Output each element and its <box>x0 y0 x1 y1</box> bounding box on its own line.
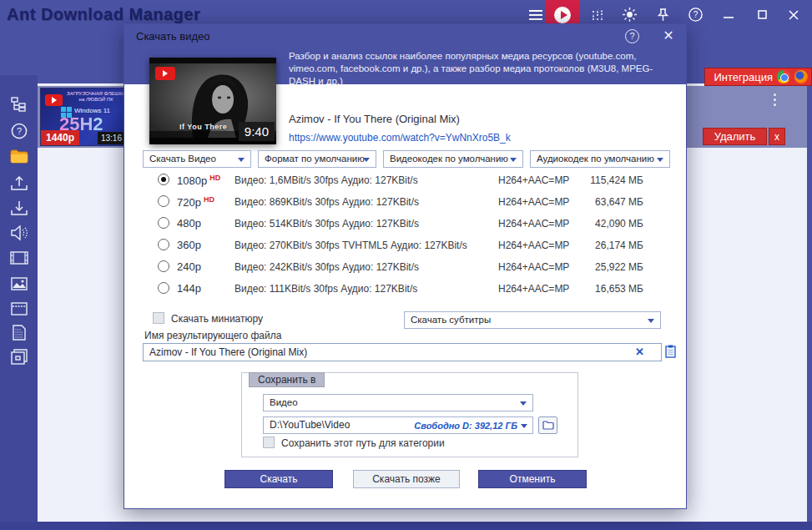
save-path-checkbox-label: Сохранить этот путь для категории <box>281 437 445 449</box>
quality-row-144p[interactable]: 144p Видео: 111KBit/s 30fps Аудио: 127KB… <box>124 278 686 300</box>
window-bottom-frame <box>0 522 812 530</box>
video-duration-badge: 9:40 <box>239 122 275 141</box>
integration-label: Интеграция <box>714 71 773 83</box>
video-url-link[interactable]: https://www.youtube.com/watch?v=YwNnXro5… <box>289 132 511 144</box>
delete-button[interactable]: Удалить <box>703 128 767 145</box>
category-dropdown[interactable]: Видео <box>263 394 533 411</box>
save-path-value: D:\YouTube\Video <box>270 419 350 431</box>
filename-label: Имя результирующего файла <box>144 330 281 341</box>
chrome-icon <box>777 70 790 83</box>
radio-240p[interactable] <box>158 260 169 272</box>
save-path-checkbox[interactable] <box>263 437 275 448</box>
download-button[interactable]: Скачать <box>224 470 333 488</box>
audio-icon[interactable] <box>9 223 28 242</box>
quality-row-360p[interactable]: 360p Видео: 270KBit/s 30fps TVHTML5 Ауди… <box>124 235 686 256</box>
youtube-play-icon <box>45 94 63 106</box>
radio-1080p[interactable] <box>158 174 169 185</box>
upload-icon[interactable] <box>9 173 28 192</box>
document-icon[interactable] <box>9 323 28 342</box>
resolution-badge: 1440p <box>41 130 79 145</box>
scheme-icon[interactable] <box>9 94 28 114</box>
download-thumbnail-checkbox[interactable] <box>153 312 164 324</box>
integration-button[interactable]: Интеграция <box>704 68 812 86</box>
list-item-thumbnail: ЗАГРУЗОЧНАЯ ФЛЕШКАна ЛЮБОЙ ПК Windows 11… <box>40 88 126 146</box>
dialog-help-icon[interactable]: ? <box>625 29 639 43</box>
svg-text:?: ? <box>693 10 698 19</box>
filename-input[interactable] <box>143 343 662 361</box>
subtitles-dropdown[interactable]: Скачать субтитры <box>404 311 661 329</box>
radio-144p[interactable] <box>158 282 169 294</box>
audiocodec-dropdown[interactable]: Аудиокодек по умолчанию <box>530 150 670 168</box>
sidebar: ? <box>0 75 38 522</box>
free-space-text: Свободно D: 392,12 ГБ <box>414 418 517 434</box>
hd-badge: HD <box>204 195 214 204</box>
save-to-legend: Сохранить в <box>249 372 325 387</box>
video-icon[interactable] <box>9 248 28 267</box>
image-icon[interactable] <box>9 274 28 293</box>
archive-icon[interactable] <box>9 347 28 366</box>
browser-icon[interactable] <box>9 299 28 318</box>
dialog-description: Разбор и анализ ссылок наиболее популярн… <box>289 50 679 88</box>
hd-badge: HD <box>209 174 220 182</box>
svg-text:?: ? <box>16 126 21 136</box>
dialog-title: Скачать видео <box>136 30 210 43</box>
download-thumbnail-label: Скачать миниатюру <box>171 313 263 325</box>
maximize-icon[interactable] <box>748 0 776 29</box>
download-later-button[interactable]: Скачать позже <box>353 470 460 488</box>
browse-folder-button[interactable] <box>538 416 557 434</box>
video-title: Azimov - If You There (Original Mix) <box>289 113 460 125</box>
quality-row-1080p[interactable]: 1080pHD Видео: 1,6MBit/s 30fps Аудио: 12… <box>124 169 686 191</box>
download-video-dialog: Скачать видео ? ✕ Разбор и анализ ссылок… <box>124 23 687 509</box>
duration-badge: 13:16 <box>98 132 125 144</box>
radio-720p[interactable] <box>158 195 169 207</box>
thumb-caption: If You There <box>179 123 227 131</box>
radio-480p[interactable] <box>158 217 169 229</box>
dialog-close-icon[interactable]: ✕ <box>661 28 676 43</box>
row-close-button[interactable]: x <box>769 128 785 145</box>
close-icon[interactable] <box>779 0 808 29</box>
app-title: Ant Download Manager <box>7 5 200 24</box>
save-to-group: Сохранить в Видео D:\YouTube\Video Свобо… <box>241 372 578 457</box>
videocodec-dropdown[interactable]: Видеокодек по умолчанию <box>383 150 523 168</box>
youtube-play-icon <box>155 67 175 80</box>
clear-filename-icon[interactable]: ✕ <box>635 346 644 358</box>
help-icon[interactable]: ? <box>9 121 28 140</box>
save-path-combo[interactable]: D:\YouTube\Video Свободно D: 392,12 ГБ <box>263 416 533 434</box>
minimize-icon[interactable] <box>714 0 743 29</box>
quality-row-480p[interactable]: 480p Видео: 514KBit/s 30fps Аудио: 127KB… <box>124 213 686 235</box>
format-dropdown[interactable]: Формат по умолчанию <box>258 150 376 168</box>
action-dropdown[interactable]: Скачать Видео <box>143 150 251 168</box>
download-icon[interactable] <box>9 198 28 217</box>
quality-row-240p[interactable]: 240p Видео: 242KBit/s 30fps Аудио: 127KB… <box>124 256 686 278</box>
firefox-icon <box>794 70 808 83</box>
quality-row-720p[interactable]: 720pHD Видео: 869KBit/s 30fps Аудио: 127… <box>124 191 686 213</box>
video-thumbnail: If You There 9:40 <box>149 58 276 144</box>
paste-icon[interactable] <box>665 345 676 361</box>
row-menu-icon[interactable] <box>772 93 777 109</box>
radio-360p[interactable] <box>158 239 169 250</box>
cancel-button[interactable]: Отменить <box>478 470 587 488</box>
folder-icon[interactable] <box>9 147 28 166</box>
play-icon <box>554 7 571 23</box>
